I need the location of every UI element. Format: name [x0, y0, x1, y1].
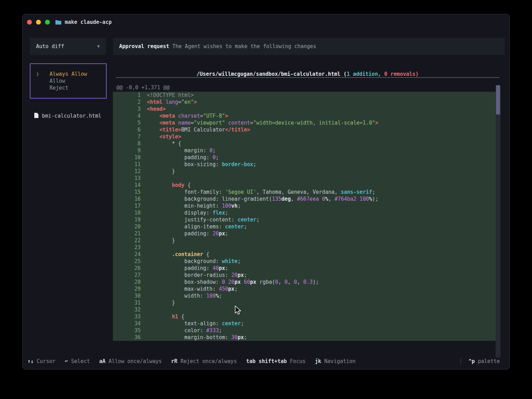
code-line: 23 [113, 244, 496, 251]
line-number: 24 [113, 251, 141, 258]
code-text: display: flex; [147, 209, 228, 216]
line-number: 8 [113, 140, 141, 147]
line-number: 36 [113, 334, 141, 341]
code-line: 7 <style> [113, 133, 496, 140]
file-icon [34, 112, 39, 120]
code-text: min-height: 100vh; [147, 202, 241, 209]
line-number: 23 [113, 244, 141, 251]
minimize-button[interactable] [36, 20, 41, 25]
line-number: 31 [113, 299, 141, 306]
diff-mode-dropdown[interactable]: Auto diff ▼ [30, 38, 106, 55]
folder-icon [55, 19, 62, 25]
code-line: 27 border-radius: 20px; [113, 272, 496, 279]
code-line: 21 padding: 20px; [113, 230, 496, 237]
titlebar: make claude-acp [23, 14, 509, 30]
code-text: <meta name="viewport" content="width=dev… [147, 119, 378, 126]
code-text: body { [147, 182, 190, 189]
approval-option-label: Reject [50, 84, 68, 91]
code-line: 36 margin-bottom: 30px; [113, 334, 496, 341]
line-number: 2 [113, 99, 141, 106]
approval-option-allow[interactable]: Allow [30, 78, 106, 84]
code-line: 25 background: white; [113, 258, 496, 265]
line-number: 27 [113, 272, 141, 279]
line-number: 32 [113, 306, 141, 313]
selection-prompt-icon [36, 78, 50, 84]
code-line: 26 padding: 40px; [113, 265, 496, 272]
code-line: 20 align-items: center; [113, 223, 496, 230]
diff-file-header: /Users/willmcgugan/sandbox/bmi-calculato… [116, 70, 499, 78]
code-line: 18 display: flex; [113, 209, 496, 216]
code-text: padding: 40px; [147, 265, 228, 272]
footer-binding-focus[interactable]: tab shift+tabFocus [246, 358, 306, 364]
footer-binding-cursor[interactable]: ↑↓Cursor [27, 358, 55, 364]
binding-key: ⌐ [65, 358, 68, 364]
chevron-down-icon: ▼ [97, 44, 100, 49]
scrollbar-track[interactable] [496, 85, 500, 357]
code-line: 3<head> [113, 106, 496, 112]
app-window: make claude-acp Auto diff ▼ ❯Always Allo… [22, 14, 510, 370]
line-number: 20 [113, 223, 141, 230]
diff-stats-space [381, 71, 384, 77]
code-text: max-width: 450px; [147, 285, 238, 292]
code-line: 1<!DOCTYPE html> [113, 92, 496, 99]
line-number: 14 [113, 182, 141, 189]
line-number: 1 [113, 92, 141, 99]
binding-label: Reject once/always [180, 358, 237, 364]
footer-keybindings: ↑↓Cursor⌐SelectaAAllow once/alwaysrRReje… [23, 353, 509, 369]
code-line: 14 body { [113, 182, 496, 189]
footer-binding-reject-once-always[interactable]: rRReject once/always [171, 358, 237, 364]
code-line: 15 font-family: 'Segoe UI', Tahoma, Gene… [113, 189, 496, 196]
zoom-button[interactable] [45, 20, 50, 25]
line-number: 5 [113, 119, 141, 126]
approval-option-label: Always Allow [50, 71, 87, 78]
sidebar-file-item[interactable]: bmi-calculator.html [30, 112, 101, 119]
line-number: 35 [113, 327, 141, 334]
scrollbar-thumb[interactable] [496, 85, 500, 115]
line-number: 9 [113, 147, 141, 154]
code-line: 34 text-align: center; [113, 320, 496, 327]
footer-palette-binding[interactable]: │ ^p palette [459, 358, 500, 364]
code-text: font-family: 'Segoe UI', Tahoma, Geneva,… [147, 189, 375, 196]
code-text: <meta charset="UTF-8"> [147, 112, 228, 119]
footer-binding-select[interactable]: ⌐Select [65, 358, 90, 364]
binding-label: Allow once/always [109, 358, 162, 364]
diff-stats-open: ( [340, 71, 347, 77]
approval-request-title: Approval request [119, 43, 169, 49]
code-line: 28 box-shadow: 0 20px 60px rgba(0, 0, 0,… [113, 279, 496, 285]
line-number: 7 [113, 133, 141, 140]
footer-binding-allow-once-always[interactable]: aAAllow once/always [99, 358, 162, 364]
code-text: .container { [147, 251, 210, 258]
code-text: <html lang="en"> [147, 99, 197, 106]
code-line: 31 } [113, 299, 496, 306]
code-text: border-radius: 20px; [147, 272, 247, 279]
binding-label: Focus [290, 358, 305, 364]
line-number: 6 [113, 126, 141, 133]
line-number: 10 [113, 154, 141, 161]
code-line: 10 padding: 0; [113, 154, 496, 161]
diff-code-block[interactable]: 1<!DOCTYPE html>2<html lang="en">3<head>… [113, 92, 496, 341]
footer-bindings: ↑↓Cursor⌐SelectaAAllow once/alwaysrRReje… [27, 358, 365, 364]
selection-prompt-icon: ❯ [36, 71, 50, 78]
code-text: justify-content: center; [147, 216, 259, 223]
code-line: 33 h1 { [113, 313, 496, 320]
line-number: 21 [113, 230, 141, 237]
approval-request-subtitle: The Agent wishes to make the following c… [172, 43, 316, 49]
code-text: margin-bottom: 30px; [147, 334, 247, 341]
code-line: 6 <title>BMI Calculator</title> [113, 126, 496, 133]
code-text: align-items: center; [147, 223, 247, 230]
code-text: text-align: center; [147, 320, 244, 327]
approval-option-always-allow[interactable]: ❯Always Allow [30, 71, 106, 78]
code-text: background: white; [147, 258, 241, 265]
close-button[interactable] [27, 20, 32, 25]
line-number: 16 [113, 196, 141, 202]
code-text: color: #333; [147, 327, 222, 334]
selection-prompt-icon [36, 84, 50, 91]
approval-option-reject[interactable]: Reject [30, 84, 106, 91]
code-text: <!DOCTYPE html> [147, 92, 194, 99]
code-line: 9 margin: 0; [113, 147, 496, 154]
footer-binding-navigation[interactable]: jkNavigation [315, 358, 355, 364]
code-text: <head> [147, 106, 166, 112]
line-number: 11 [113, 161, 141, 168]
diff-panel: /Users/willmcgugan/sandbox/bmi-calculato… [113, 63, 500, 345]
code-line: 17 min-height: 100vh; [113, 202, 496, 209]
